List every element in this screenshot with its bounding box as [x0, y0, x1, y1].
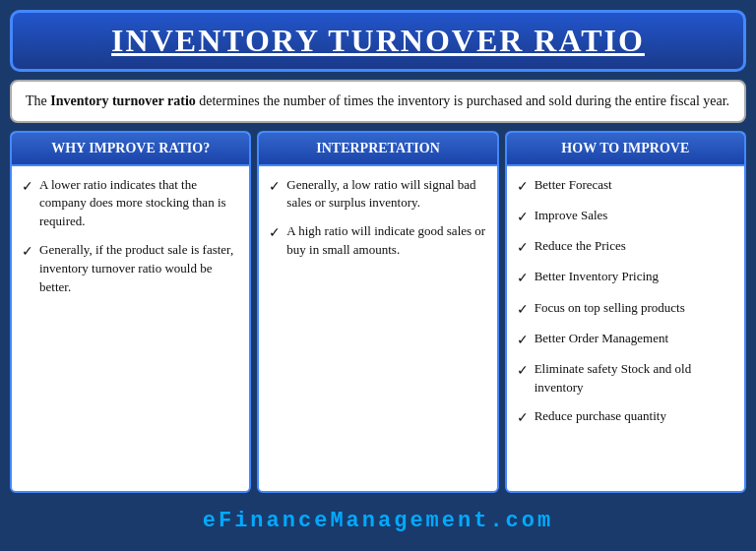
list-item: ✓ Reduce the Prices: [517, 237, 734, 258]
checkmark-icon: ✓: [517, 177, 529, 197]
how-item-2: Improve Sales: [535, 207, 608, 225]
column-why: WHY IMPROVE RATIO? ✓ A lower ratio indic…: [10, 131, 251, 493]
description-text: The Inventory turnover ratio determines …: [26, 93, 729, 108]
title-box: INVENTORY TURNOVER RATIO: [10, 10, 746, 72]
list-item: ✓ Better Inventory Pricing: [517, 268, 734, 288]
how-item-7: Eliminate safety Stock and old inventory: [535, 360, 734, 398]
how-item-1: Better Forecast: [535, 176, 612, 195]
why-item-1: A lower ratio indicates that the company…: [39, 176, 239, 232]
list-item: ✓ Generally, a low ratio will signal bad…: [269, 176, 486, 214]
checkmark-icon: ✓: [269, 223, 281, 243]
checkmark-icon: ✓: [269, 177, 281, 197]
column-interpretation-header: INTERPRETATION: [259, 133, 496, 166]
how-item-8: Reduce purchase quantity: [535, 407, 666, 426]
how-item-3: Reduce the Prices: [535, 237, 626, 256]
column-how-content: ✓ Better Forecast ✓ Improve Sales ✓ Redu…: [507, 166, 744, 491]
columns-container: WHY IMPROVE RATIO? ✓ A lower ratio indic…: [10, 131, 746, 493]
column-how: HOW TO IMPROVE ✓ Better Forecast ✓ Impro…: [505, 131, 746, 493]
bold-term: Inventory turnover ratio: [50, 93, 196, 108]
column-why-header: WHY IMPROVE RATIO?: [12, 133, 249, 166]
column-why-content: ✓ A lower ratio indicates that the compa…: [12, 166, 249, 491]
description-box: The Inventory turnover ratio determines …: [10, 80, 746, 123]
list-item: ✓ Better Order Management: [517, 330, 734, 350]
checkmark-icon: ✓: [517, 269, 529, 288]
checkmark-icon: ✓: [517, 408, 529, 428]
list-item: ✓ Better Forecast: [517, 176, 734, 197]
checkmark-icon: ✓: [517, 331, 529, 350]
list-item: ✓ Improve Sales: [517, 207, 734, 227]
page-title: INVENTORY TURNOVER RATIO: [32, 23, 724, 59]
list-item: ✓ Focus on top selling products: [517, 299, 734, 320]
how-item-6: Better Order Management: [535, 330, 668, 348]
column-how-header: HOW TO IMPROVE: [507, 133, 744, 166]
checkmark-icon: ✓: [517, 361, 529, 381]
interp-item-2: A high ratio will indicate good sales or…: [286, 222, 486, 260]
checkmark-icon: ✓: [22, 242, 33, 262]
footer-link[interactable]: eFinanceManagement.com: [203, 509, 553, 533]
list-item: ✓ Reduce purchase quantity: [517, 407, 734, 428]
list-item: ✓ Eliminate safety Stock and old invento…: [517, 360, 734, 398]
list-item: ✓ A high ratio will indicate good sales …: [269, 222, 486, 260]
column-interpretation-content: ✓ Generally, a low ratio will signal bad…: [259, 166, 496, 491]
how-item-4: Better Inventory Pricing: [535, 268, 659, 286]
list-item: ✓ Generally, if the product sale is fast…: [22, 241, 239, 297]
checkmark-icon: ✓: [517, 300, 529, 320]
list-item: ✓ A lower ratio indicates that the compa…: [22, 176, 239, 232]
column-interpretation: INTERPRETATION ✓ Generally, a low ratio …: [257, 131, 498, 493]
checkmark-icon: ✓: [22, 177, 33, 197]
why-item-2: Generally, if the product sale is faster…: [39, 241, 239, 297]
how-item-5: Focus on top selling products: [535, 299, 685, 318]
checkmark-icon: ✓: [517, 208, 529, 227]
footer: eFinanceManagement.com: [10, 501, 746, 541]
interp-item-1: Generally, a low ratio will signal bad s…: [286, 176, 486, 214]
checkmark-icon: ✓: [517, 238, 529, 258]
